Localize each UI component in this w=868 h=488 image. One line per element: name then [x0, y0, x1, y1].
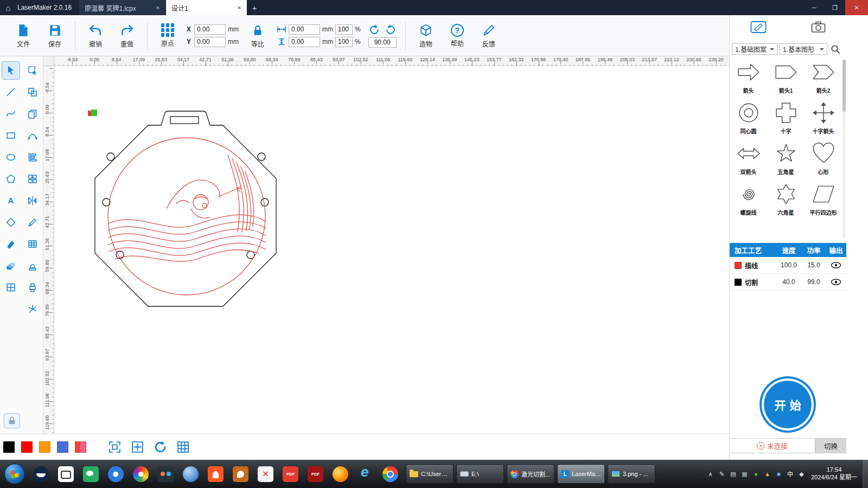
search-icon[interactable] — [831, 44, 840, 54]
shape-item-concentric-circles[interactable]: 同心圆 — [730, 100, 767, 135]
tool-blade[interactable] — [2, 235, 20, 253]
shape-item-heart[interactable]: 心形 — [805, 141, 842, 176]
taskbar-window-lasermaker[interactable]: LaserMak... — [557, 464, 605, 484]
rotate-angle-input[interactable]: 90.00 — [368, 37, 397, 48]
new-tab-button[interactable]: + — [247, 0, 261, 15]
tool-frame[interactable] — [2, 279, 20, 296]
taskbar-app-editor-x-icon[interactable] — [258, 466, 273, 482]
tab-close-icon[interactable]: ✕ — [156, 5, 160, 11]
tool-node-edit[interactable] — [24, 127, 41, 144]
color-swatch-pink[interactable] — [75, 441, 86, 453]
tool-layers[interactable] — [2, 257, 20, 274]
shape-item-spiral[interactable]: 螺旋线 — [730, 182, 767, 216]
output-visible-icon[interactable] — [831, 262, 841, 268]
shape-item-cross[interactable]: 十字 — [767, 100, 805, 135]
artboard-icon[interactable] — [750, 21, 767, 35]
process-row-trace[interactable]: 描线 100.0 15.0 — [730, 257, 846, 274]
rotate-ccw-button[interactable] — [368, 24, 380, 36]
tray-display-icon[interactable]: ▤ — [729, 471, 737, 478]
tab-medal-file[interactable]: 廖温馨 奖牌1.lcpx ✕ — [79, 0, 166, 15]
grid-toggle-button[interactable] — [176, 440, 190, 454]
feedback-button[interactable]: 反馈 — [473, 23, 505, 48]
start-button[interactable]: 开始 — [764, 381, 812, 428]
tool-weld[interactable] — [24, 84, 41, 101]
taskbar-window-drive[interactable]: E:\ — [456, 464, 504, 484]
output-visible-icon[interactable] — [831, 279, 841, 285]
shape-item-arrow1[interactable]: 箭头1 — [767, 60, 805, 94]
tool-array[interactable] — [24, 170, 41, 188]
redo-button[interactable]: 重做 — [111, 23, 143, 48]
tool-pen[interactable] — [24, 214, 41, 231]
width-percent-input[interactable]: 100 — [335, 24, 353, 35]
taskbar-app-orange-p-icon[interactable] — [208, 466, 224, 482]
height-percent-input[interactable]: 100 — [335, 37, 353, 47]
shape-item-star6[interactable]: 六角星 — [767, 182, 805, 216]
taskbar-window-folder[interactable]: C:\Users\... — [406, 464, 454, 484]
tool-rectangle[interactable] — [2, 127, 20, 144]
tool-print[interactable] — [24, 279, 41, 296]
tool-marquee-select[interactable] — [24, 62, 41, 79]
tool-mirror[interactable] — [24, 192, 41, 209]
height-input[interactable]: 0.00 — [289, 37, 320, 47]
home-icon[interactable]: ⌂ — [0, 0, 16, 15]
tray-network-icon[interactable]: ■ — [775, 471, 783, 477]
shape-item-parallelogram[interactable]: 平行四边形 — [805, 182, 842, 216]
show-desktop-button[interactable] — [863, 460, 868, 488]
help-button[interactable]: ? 帮助 — [442, 24, 473, 48]
tray-security-icon[interactable]: ● — [752, 471, 760, 477]
tool-polygon[interactable] — [2, 170, 20, 188]
tool-diamond[interactable] — [2, 214, 20, 231]
shape-item-arrow2[interactable]: 箭头2 — [805, 60, 842, 94]
tab-close-icon[interactable]: ✕ — [237, 5, 241, 11]
shape-item-arrow[interactable]: 箭头 — [730, 60, 767, 94]
titlebar-drag-area[interactable] — [261, 0, 804, 15]
taskbar-app-wechat-icon[interactable] — [83, 466, 99, 482]
taskbar-app-pdf-icon[interactable] — [283, 466, 298, 482]
taskbar-app-firefox-icon[interactable] — [333, 466, 348, 482]
taskbar-window-chrome[interactable]: 激光切割... — [507, 464, 554, 484]
shape-item-cross-arrow[interactable]: 十字箭头 — [805, 100, 842, 135]
tool-select[interactable] — [2, 62, 20, 79]
design-canvas[interactable] — [54, 66, 729, 434]
minimize-button[interactable]: ─ — [804, 0, 825, 15]
tool-ellipse[interactable] — [2, 149, 20, 166]
lock-button[interactable] — [4, 413, 20, 428]
save-button[interactable]: 保存 — [39, 23, 71, 48]
taskbar-app-dingtalk-icon[interactable] — [233, 466, 248, 482]
tool-align[interactable] — [24, 149, 41, 166]
taskbar-app-browser-icon[interactable] — [108, 466, 124, 482]
shape-item-star5[interactable]: 五角星 — [767, 141, 805, 176]
taskbar-app-whale-icon[interactable] — [33, 466, 49, 482]
taskbar-app-sphere-icon[interactable] — [183, 466, 199, 482]
shape-item-double-arrow[interactable]: 双箭头 — [730, 141, 767, 176]
medal-design[interactable] — [54, 66, 729, 434]
fit-view-button[interactable] — [108, 440, 122, 454]
layer-color-swatch[interactable] — [735, 262, 742, 269]
color-swatch-blue[interactable] — [57, 441, 68, 453]
tool-table[interactable] — [24, 235, 41, 253]
y-position-input[interactable]: 0.00 — [194, 37, 226, 47]
taskbar-app-pdf2-icon[interactable] — [308, 466, 323, 482]
maximize-button[interactable]: ❐ — [825, 0, 845, 15]
taskbar-app-media-icon[interactable] — [133, 466, 149, 482]
x-position-input[interactable]: 0.00 — [194, 24, 226, 35]
color-swatch-red[interactable] — [21, 441, 33, 453]
tray-expand-icon[interactable]: ∧ — [706, 471, 714, 478]
pattern-category-dropdown[interactable]: 1.基础图案 — [732, 43, 777, 55]
create-button[interactable]: 造物 — [410, 23, 442, 48]
shape-scrollbar[interactable] — [843, 60, 846, 239]
tray-volume-icon[interactable]: ◆ — [797, 471, 806, 478]
rotate-cw-button[interactable] — [385, 24, 397, 36]
tool-stamp[interactable] — [24, 257, 41, 274]
process-power[interactable]: 15.0 — [802, 261, 826, 269]
shape-category-dropdown[interactable]: 1.基本图形 — [780, 43, 827, 55]
switch-device-button[interactable]: 切换 — [815, 439, 846, 453]
aspect-ratio-lock-button[interactable]: 等比 — [242, 23, 273, 48]
tray-usb-icon[interactable]: ▦ — [741, 471, 749, 478]
tray-pen-icon[interactable]: ✎ — [718, 471, 726, 478]
process-row-cut[interactable]: 切割 40.0 99.0 — [730, 274, 846, 291]
tool-line[interactable] — [2, 84, 20, 101]
taskbar-window-image[interactable]: 3.png - ... — [608, 464, 655, 484]
taskbar-app-ie-icon[interactable] — [358, 466, 373, 482]
tab-design-1[interactable]: 设计1 ✕ — [166, 0, 247, 15]
